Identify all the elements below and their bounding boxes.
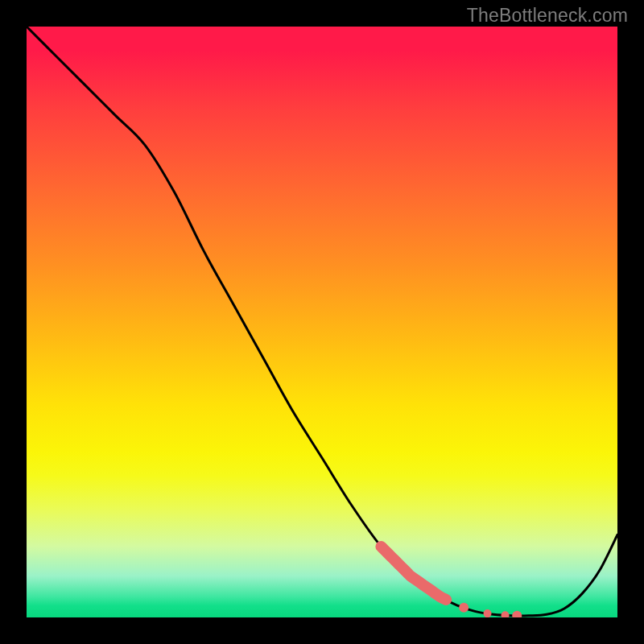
highlight-layer	[381, 547, 522, 617]
highlight-dot	[459, 603, 469, 613]
highlight-dot	[502, 611, 510, 617]
bottleneck-curve	[27, 27, 617, 617]
highlight-dot	[484, 609, 492, 617]
curve-layer	[27, 27, 617, 616]
plot-area	[27, 27, 617, 617]
highlight-segment	[381, 547, 446, 600]
curve-path	[27, 27, 617, 616]
watermark-text: TheBottleneck.com	[467, 5, 628, 27]
highlight-dot	[512, 611, 522, 617]
outer-frame: TheBottleneck.com	[0, 0, 644, 644]
